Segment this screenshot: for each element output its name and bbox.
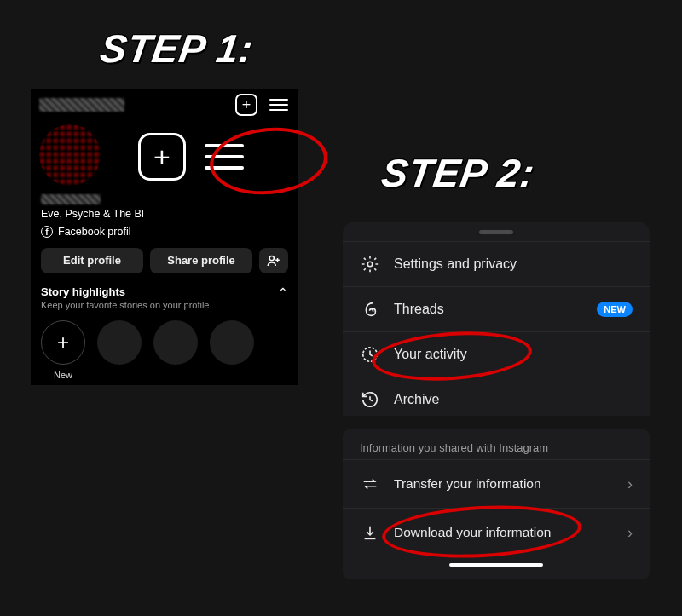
plus-icon: + (242, 97, 251, 112)
menu-item-label: Threads (394, 302, 444, 317)
chevron-up-icon: ⌃ (278, 285, 288, 299)
step-1-label: STEP 1: (97, 26, 257, 72)
new-badge: NEW (597, 302, 633, 317)
display-name-blurred (41, 194, 101, 204)
menu-sheet: Settings and privacy Threads NEW Your ac… (343, 222, 650, 416)
menu-item-label: Archive (394, 392, 439, 407)
transfer-icon (360, 474, 380, 494)
highlights-title: Story highlights (41, 285, 210, 298)
profile-topbar: + (31, 89, 298, 121)
chevron-right-icon: › (627, 524, 633, 542)
download-info-screen: Information you shared with Instagram Tr… (343, 429, 650, 579)
home-indicator (449, 563, 543, 567)
row-label: Transfer your information (394, 476, 541, 492)
chevron-right-icon: › (627, 475, 633, 493)
threads-icon (360, 299, 380, 320)
svg-point-0 (269, 256, 274, 260)
plus-icon: + (153, 142, 170, 171)
highlights-subtitle: Keep your favorite stories on your profi… (41, 300, 210, 310)
plus-icon: + (57, 331, 69, 354)
share-profile-button[interactable]: Share profile (150, 248, 252, 273)
add-people-icon (266, 253, 281, 268)
svg-point-1 (367, 262, 373, 267)
edit-profile-button[interactable]: Edit profile (41, 248, 143, 273)
sheet-handle[interactable] (479, 230, 513, 234)
profile-bio: Eve, Psyche & The Bl f Facebook profil (31, 194, 298, 239)
menu-threads[interactable]: Threads NEW (343, 286, 650, 331)
highlight-placeholder (153, 320, 198, 365)
menu-icon[interactable] (269, 99, 288, 111)
highlight-placeholder (210, 320, 254, 365)
new-highlight-button[interactable]: + (41, 320, 85, 365)
bio-text: Eve, Psyche & The Bl (41, 207, 288, 222)
new-highlight-label: New (41, 370, 85, 380)
create-post-icon-large: + (138, 133, 186, 181)
highlights-header[interactable]: Story highlights Keep your favorite stor… (41, 285, 288, 310)
download-icon (360, 522, 380, 543)
discover-people-button[interactable] (259, 248, 288, 273)
transfer-information-row[interactable]: Transfer your information › (343, 459, 650, 508)
facebook-icon: f (41, 226, 53, 238)
highlight-placeholder (97, 320, 142, 365)
facebook-profile-link[interactable]: f Facebook profil (41, 225, 288, 239)
menu-archive[interactable]: Archive (343, 377, 650, 416)
create-post-icon[interactable]: + (235, 94, 257, 116)
step-2-label: STEP 2: (379, 150, 538, 196)
facebook-link-text: Facebook profil (58, 225, 130, 239)
username-container[interactable] (39, 98, 124, 112)
gear-icon (360, 254, 380, 274)
menu-settings-privacy[interactable]: Settings and privacy (343, 241, 650, 286)
avatar[interactable] (39, 124, 101, 186)
archive-icon (360, 389, 380, 410)
section-caption: Information you shared with Instagram (343, 441, 650, 459)
username-blurred (39, 98, 124, 112)
menu-item-label: Settings and privacy (394, 256, 517, 272)
